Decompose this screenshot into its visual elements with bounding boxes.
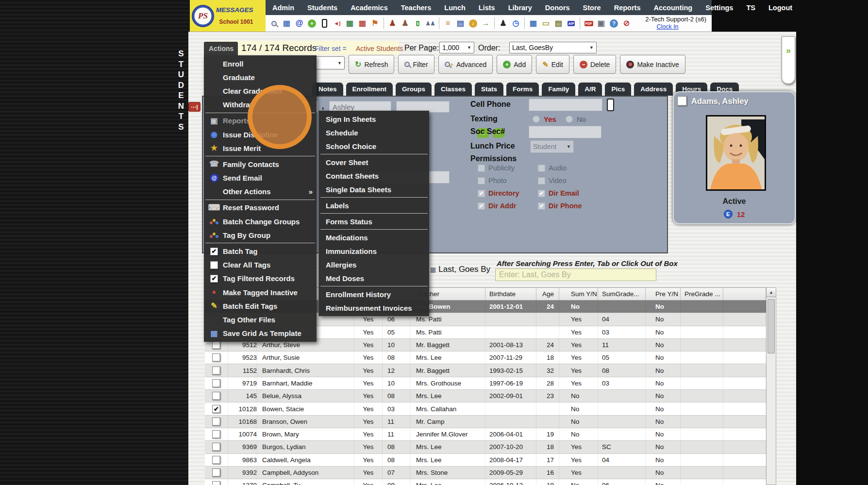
submenu-item-allergies[interactable]: Allergies — [319, 258, 429, 271]
row-checkbox[interactable] — [212, 456, 220, 464]
edit-button[interactable]: ✎Edit — [536, 55, 569, 74]
bell-icon[interactable]: ♪ — [467, 17, 479, 30]
menu-item-other-actions[interactable]: Other Actions» — [204, 185, 317, 199]
menu-item-tag-by-group[interactable]: Tag By Group — [204, 228, 317, 242]
submenu-item-school-choice[interactable]: School Choice — [319, 139, 429, 153]
soc-sec-input[interactable] — [529, 126, 601, 138]
make-inactive-button[interactable]: Make Inactive — [620, 55, 685, 74]
submenu-item-med-doses[interactable]: Med Doses — [319, 271, 429, 285]
menu-item-graduate[interactable]: Graduate — [204, 70, 317, 84]
table-row[interactable]: 9863Caldwell, AngelaYes08Mrs. Lee2008-04… — [205, 454, 766, 467]
menu-item-send-email[interactable]: @Send Email — [204, 171, 317, 185]
nav-item-settings[interactable]: Settings — [705, 4, 733, 12]
tab-notes[interactable]: Notes — [312, 83, 343, 96]
submenu-item-schedule[interactable]: Schedule — [319, 126, 429, 139]
table-row[interactable]: 10074Brown, MaryYes11Jennifer M.Glover20… — [205, 428, 766, 441]
table-row[interactable]: 1370Campbell, TyYes09Mrs. Lee2006-10-131… — [205, 479, 766, 485]
student-card-checkbox[interactable] — [677, 96, 687, 106]
menu-item-issue-discipline[interactable]: ◉Issue Discipline — [204, 128, 317, 141]
nav-item-teachers[interactable]: Teachers — [401, 4, 432, 12]
row-checkbox[interactable]: ✔ — [212, 405, 220, 413]
exit-icon[interactable]: → — [480, 17, 491, 30]
table-row[interactable]: ✔10128Bowen, StacieYes03Mrs. CallahanNoN… — [205, 402, 766, 415]
menu-item-withdraw[interactable]: Withdraw — [204, 98, 317, 112]
slide-panel-tab[interactable]: » — [782, 36, 795, 84]
grid-header-pre-y-n[interactable]: Pre Y/N — [646, 288, 681, 300]
cell-phone-input[interactable] — [529, 99, 602, 111]
table-row[interactable]: 9369Burgos, LydianYes08Mrs. Lee2007-10-2… — [205, 441, 766, 453]
menu-item-issue-merit[interactable]: ★Issue Merit — [204, 141, 317, 155]
submenu-item-immunizations[interactable]: Immunizations — [319, 244, 429, 258]
money-icon[interactable]: $ — [412, 17, 423, 30]
email-at-icon[interactable]: @ — [294, 17, 305, 30]
grid-header-birthdate[interactable]: Birthdate — [485, 288, 536, 300]
permission-audio-checkbox[interactable] — [538, 165, 545, 172]
grid-header-sum-y-n[interactable]: Sum Y/N — [559, 288, 598, 300]
menu-item-batch-tag[interactable]: ✔Batch Tag — [204, 244, 317, 258]
row-checkbox[interactable] — [212, 392, 220, 400]
add-student-icon[interactable]: ♟ — [387, 17, 398, 30]
chat-plus-icon[interactable]: + — [306, 17, 317, 30]
table-row[interactable]: 9392Campbell, AddysonYes07Mrs. Stone2009… — [205, 467, 766, 479]
submenu-item-single-data-sheets[interactable]: Single Data Sheets — [319, 183, 429, 196]
panel-collapse-handle-icon[interactable]: ⋯| — [188, 102, 200, 112]
nav-item-lunch[interactable]: Lunch — [444, 4, 466, 12]
menu-item-tag-filtered-records[interactable]: ✔Tag Filtered Records — [204, 272, 317, 285]
nav-item-ts[interactable]: TS — [746, 4, 755, 12]
filter-button[interactable]: Filter — [398, 55, 434, 74]
menu-item-reports[interactable]: ▣Reports — [204, 114, 317, 128]
submenu-item-contact-sheets[interactable]: Contact Sheets — [319, 169, 429, 183]
table-row[interactable]: 145Belue, AlyssaYes08Mrs. Lee2002-09-012… — [205, 390, 766, 402]
texting-yes-radio[interactable] — [533, 116, 540, 123]
refresh-button[interactable]: ↻Refresh — [349, 55, 394, 74]
tab-stats[interactable]: Stats — [475, 83, 503, 96]
help-icon[interactable]: ? — [608, 17, 619, 30]
tab-enrollment[interactable]: Enrollment — [346, 83, 393, 96]
texting-no-radio[interactable] — [566, 116, 573, 123]
calendar-red-icon[interactable]: ▦ — [357, 17, 368, 30]
row-checkbox[interactable] — [212, 341, 220, 349]
submenu-item-reimbursement-invoices[interactable]: Reimbursement Invoices — [319, 301, 429, 315]
row-checkbox[interactable] — [212, 353, 220, 362]
register-icon[interactable]: ▤ — [553, 17, 564, 30]
nav-item-donors[interactable]: Donors — [545, 4, 570, 12]
nav-item-admin[interactable]: Admin — [272, 4, 294, 12]
staff-icon[interactable]: ♟ — [498, 17, 509, 30]
row-checkbox[interactable] — [212, 418, 220, 426]
nav-item-store[interactable]: Store — [583, 4, 601, 12]
permission-dir-addr-checkbox[interactable]: ✔ — [478, 202, 485, 210]
scroll-up-button[interactable]: ▲ — [767, 288, 776, 297]
speaker-icon[interactable]: ◄) — [332, 17, 343, 30]
order-select[interactable]: Last, GoesBy▼ — [509, 42, 597, 53]
ap-icon[interactable]: A/P — [566, 17, 577, 30]
permission-video-checkbox[interactable] — [538, 177, 545, 184]
nav-item-academics[interactable]: Academics — [351, 4, 388, 12]
permission-publicity-checkbox[interactable] — [478, 165, 485, 172]
announcement-icon[interactable]: ⚑ — [369, 17, 381, 30]
tab-family[interactable]: Family — [542, 83, 575, 96]
print-icon[interactable]: ▣ — [596, 17, 607, 30]
binder-icon[interactable]: ▤ — [455, 17, 466, 30]
grid-header-col12[interactable] — [723, 288, 766, 300]
menu-item-clear-graduation[interactable]: Clear Graduation — [204, 84, 317, 98]
mobile-phone-icon[interactable] — [607, 99, 614, 111]
nav-item-accounting[interactable]: Accounting — [653, 4, 692, 12]
grid-header-age[interactable]: Age — [536, 288, 559, 300]
tab-classes[interactable]: Classes — [434, 83, 472, 96]
menu-item-reset-password[interactable]: ⌨Reset Password — [204, 201, 317, 215]
tab-groups[interactable]: Groups — [396, 83, 432, 96]
grid-header-sumgrade[interactable]: SumGrade... — [598, 288, 646, 300]
tab-a-r[interactable]: A/R — [578, 83, 602, 96]
permission-dir-email-checkbox[interactable]: ✔ — [538, 190, 545, 197]
nav-item-students[interactable]: Students — [307, 4, 337, 12]
table-row[interactable]: 1152Barnhardt, ChrisYes12Mr. Baggett1993… — [205, 364, 766, 377]
menu-item-save-grid-as-template[interactable]: ▦Save Grid As Template — [204, 327, 317, 340]
delete-button[interactable]: −Delete — [573, 55, 616, 74]
row-checkbox[interactable] — [212, 379, 220, 387]
menu-item-batch-change-groups[interactable]: Batch Change Groups — [204, 215, 317, 228]
grid-calendar-icon[interactable]: ▦ — [281, 17, 292, 30]
advanced-button[interactable]: +Advanced — [438, 55, 493, 74]
add-button[interactable]: +Add — [497, 55, 532, 74]
nav-item-library[interactable]: Library — [508, 4, 532, 12]
table-row[interactable]: 10168Branson, OwenYes11Mr. CampNoNo — [205, 416, 766, 428]
